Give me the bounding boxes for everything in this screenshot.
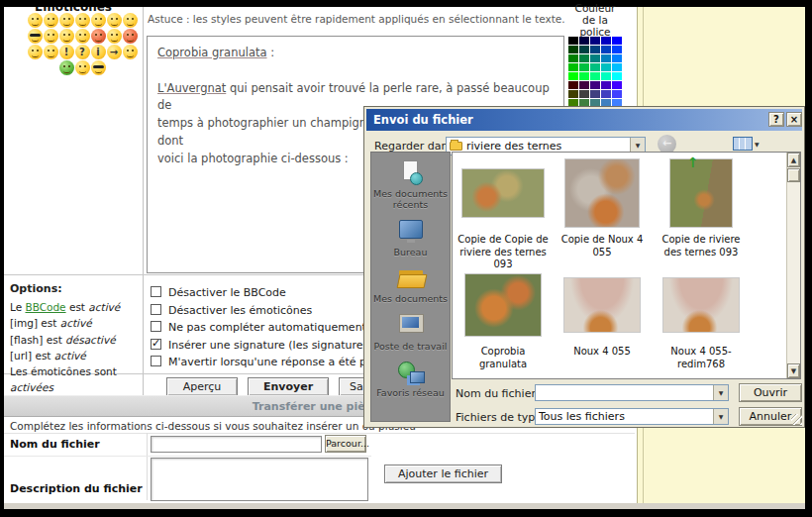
emoticon[interactable]	[75, 13, 90, 28]
places-bar-item[interactable]: Mes documents	[371, 258, 450, 304]
font-color-swatch[interactable]	[590, 63, 600, 71]
font-color-swatch[interactable]	[601, 37, 611, 45]
checkbox-icon[interactable]	[151, 356, 161, 366]
browse-button[interactable]: Parcour...	[325, 435, 366, 453]
scrollbar-thumb[interactable]	[787, 168, 800, 182]
font-color-swatch[interactable]	[579, 46, 589, 53]
file-name-caption: Coprobia granulata	[456, 346, 551, 370]
font-color-swatch[interactable]	[601, 81, 611, 89]
emoticon-glyph	[28, 45, 43, 59]
emoticon[interactable]	[59, 29, 74, 44]
checkbox-icon[interactable]	[151, 321, 161, 332]
font-color-swatch[interactable]	[568, 81, 578, 89]
font-color-swatch[interactable]	[601, 46, 611, 53]
file-thumbnail[interactable]: Noux 4 055	[555, 267, 650, 359]
font-color-swatch[interactable]	[579, 90, 589, 98]
emoticon[interactable]	[123, 29, 138, 44]
emoticon[interactable]	[28, 45, 43, 59]
scroll-up-icon[interactable]: ▲	[787, 153, 800, 167]
emoticon[interactable]	[44, 13, 58, 28]
emoticon[interactable]	[28, 29, 43, 44]
font-color-swatch[interactable]	[590, 54, 600, 62]
dialog-title-bar[interactable]: Envoi du fichier	[366, 109, 802, 131]
emoticon[interactable]	[123, 45, 138, 59]
font-color-swatch[interactable]	[612, 54, 622, 62]
font-color-swatch[interactable]	[612, 90, 622, 98]
emoticon[interactable]	[28, 13, 43, 28]
font-color-swatch[interactable]	[612, 72, 622, 80]
font-color-swatch[interactable]	[568, 54, 578, 62]
places-bar-item[interactable]: Favoris réseau	[371, 352, 450, 398]
dialog-filename-combobox[interactable]: ▼	[535, 384, 729, 401]
font-color-swatch[interactable]	[579, 81, 589, 89]
file-thumbnail[interactable]: Copie de Noux 4 055	[555, 155, 650, 258]
add-file-button[interactable]: Ajouter le fichier	[384, 465, 502, 483]
submit-button[interactable]: Envoyer	[248, 377, 329, 396]
places-bar-item[interactable]: Bureau	[371, 211, 450, 258]
font-color-swatch[interactable]	[612, 63, 622, 71]
font-color-swatch[interactable]	[612, 37, 622, 45]
emoticon[interactable]	[44, 45, 58, 59]
emoticon[interactable]	[107, 29, 122, 44]
emoticon[interactable]	[59, 60, 74, 75]
font-color-swatch[interactable]	[601, 90, 611, 98]
font-color-swatch[interactable]	[590, 72, 600, 80]
dialog-filetype-combobox[interactable]: Tous les fichiers ▼	[535, 408, 729, 425]
emoticon[interactable]: !	[59, 45, 74, 59]
font-color-swatch[interactable]	[590, 81, 600, 89]
places-bar-item[interactable]: Poste de travail	[371, 305, 450, 352]
thumbnail-image	[563, 277, 641, 333]
file-thumbnail[interactable]: Coprobia granulata	[456, 267, 551, 370]
emoticon[interactable]: i	[91, 45, 106, 59]
emoticon[interactable]	[91, 13, 106, 28]
emoticon[interactable]	[75, 29, 90, 44]
font-color-swatch[interactable]	[579, 63, 589, 71]
emoticon[interactable]	[91, 60, 106, 75]
emoticon[interactable]: ?	[75, 45, 90, 59]
attachment-description-textarea[interactable]	[151, 458, 368, 501]
emoticon[interactable]: →	[107, 45, 122, 59]
emoticon[interactable]	[123, 13, 138, 28]
font-color-swatch[interactable]	[590, 37, 600, 45]
resize-grip[interactable]	[791, 414, 802, 425]
file-name-caption: Copie de riviere des ternes 093	[654, 234, 749, 258]
checkbox-icon[interactable]	[151, 339, 161, 350]
dialog-close-button[interactable]: ×	[786, 112, 802, 127]
attachment-filename-input[interactable]	[151, 436, 322, 453]
preview-button[interactable]: Aperçu	[166, 377, 238, 396]
dialog-help-button[interactable]: ?	[768, 112, 784, 127]
checkbox-icon[interactable]	[151, 286, 161, 297]
emoticon[interactable]	[75, 60, 90, 75]
emoticon[interactable]	[44, 29, 58, 44]
font-color-swatch[interactable]	[568, 90, 578, 98]
combo-dropdown-icon[interactable]: ▼	[713, 409, 728, 424]
font-color-swatch[interactable]	[612, 46, 622, 53]
font-color-swatch[interactable]	[601, 54, 611, 62]
scroll-down-icon[interactable]: ▼	[787, 363, 800, 378]
font-color-swatch[interactable]	[579, 72, 589, 80]
open-button[interactable]: Ouvrir	[739, 383, 802, 402]
font-color-swatch[interactable]	[612, 81, 622, 89]
file-list-scrollbar[interactable]: ▲ ▼	[786, 153, 800, 378]
thumbnail-frame	[456, 267, 551, 343]
file-thumbnail[interactable]: Noux 4 055-redim768	[654, 267, 749, 370]
font-color-swatch[interactable]	[590, 46, 600, 53]
font-color-swatch[interactable]	[579, 54, 589, 62]
file-name-caption: Noux 4 055	[555, 346, 650, 359]
file-thumbnail[interactable]: Copie de Copie de riviere des ternes 093	[456, 155, 551, 271]
font-color-swatch[interactable]	[568, 72, 578, 80]
emoticon[interactable]	[107, 13, 122, 28]
emoticon[interactable]	[59, 13, 74, 28]
font-color-swatch[interactable]	[568, 63, 578, 71]
font-color-swatch[interactable]	[568, 46, 578, 53]
font-color-swatch[interactable]	[601, 72, 611, 80]
places-bar-item[interactable]: Mes documents récents	[371, 153, 450, 211]
font-color-swatch[interactable]	[601, 63, 611, 71]
combo-dropdown-icon[interactable]: ▼	[713, 385, 728, 400]
checkbox-icon[interactable]	[151, 304, 161, 315]
font-color-swatch[interactable]	[579, 37, 589, 45]
emoticon[interactable]	[91, 29, 106, 44]
font-color-swatch[interactable]	[568, 37, 578, 45]
file-thumbnail[interactable]: Copie de riviere des ternes 093	[654, 155, 749, 258]
font-color-swatch[interactable]	[590, 90, 600, 98]
